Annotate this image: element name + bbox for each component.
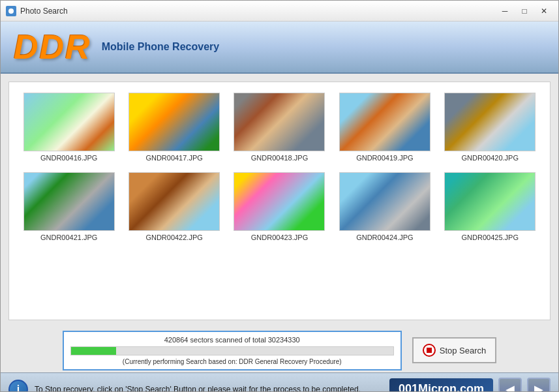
photo-item[interactable]: GNDR00421.JPG — [20, 172, 118, 241]
photo-thumbnail — [339, 93, 431, 151]
app-header: DDR Mobile Phone Recovery — [1, 22, 558, 74]
photo-thumbnail — [23, 172, 115, 231]
photo-item[interactable]: GNDR00416.JPG — [20, 93, 118, 162]
photo-filename: GNDR00417.JPG — [145, 154, 202, 162]
progress-box: 420864 sectors scanned of total 30234330… — [63, 331, 402, 370]
stop-square — [427, 348, 432, 353]
title-bar-left: Photo Search — [6, 6, 68, 16]
ddr-logo: DDR — [14, 30, 91, 64]
progress-text: 420864 sectors scanned of total 30234330 — [70, 336, 394, 344]
photo-item[interactable]: GNDR00422.JPG — [125, 172, 223, 241]
photo-filename: GNDR00420.JPG — [462, 154, 519, 162]
photo-grid-container[interactable]: GNDR00416.JPGGNDR00417.JPGGNDR00418.JPGG… — [8, 82, 551, 320]
stop-icon — [423, 344, 436, 357]
photo-thumbnail — [128, 172, 220, 231]
maximize-button[interactable]: □ — [515, 5, 534, 18]
prev-button[interactable]: ◀ — [498, 378, 522, 393]
minimize-button[interactable]: ─ — [496, 5, 514, 18]
stop-search-button[interactable]: Stop Search — [412, 337, 497, 363]
photo-grid: GNDR00416.JPGGNDR00417.JPGGNDR00418.JPGG… — [20, 93, 539, 241]
status-bar: i To Stop recovery, click on 'Stop Searc… — [1, 372, 558, 392]
photo-filename: GNDR00423.JPG — [251, 234, 308, 241]
photo-thumbnail — [444, 93, 536, 151]
status-right: 001Micron.com ◀ ▶ — [389, 378, 551, 393]
photo-item[interactable]: GNDR00417.JPG — [125, 93, 223, 162]
next-button[interactable]: ▶ — [527, 378, 551, 393]
photo-thumbnail — [234, 93, 325, 151]
photo-item[interactable]: GNDR00418.JPG — [230, 93, 329, 162]
main-content: GNDR00416.JPGGNDR00417.JPGGNDR00418.JPGG… — [1, 74, 558, 328]
progress-bar-inner — [71, 347, 116, 355]
photo-filename: GNDR00418.JPG — [251, 154, 308, 162]
photo-item[interactable]: GNDR00424.JPG — [335, 172, 434, 241]
photo-thumbnail — [128, 93, 220, 151]
photo-filename: GNDR00421.JPG — [40, 234, 97, 241]
stop-search-label: Stop Search — [440, 346, 487, 355]
photo-thumbnail — [23, 93, 115, 151]
photo-thumbnail — [234, 172, 325, 231]
progress-subtext: (Currently performing Search based on: D… — [70, 358, 394, 365]
brand-badge: 001Micron.com — [389, 378, 493, 392]
window-controls: ─ □ ✕ — [496, 5, 553, 18]
app-subtitle: Mobile Phone Recovery — [102, 41, 220, 53]
photo-thumbnail — [339, 172, 431, 231]
info-icon: i — [8, 380, 28, 393]
photo-item[interactable]: GNDR00420.JPG — [441, 93, 539, 162]
progress-section: 420864 sectors scanned of total 30234330… — [1, 328, 558, 372]
photo-filename: GNDR00419.JPG — [356, 154, 413, 162]
photo-item[interactable]: GNDR00423.JPG — [230, 172, 329, 241]
title-bar: Photo Search ─ □ ✕ — [1, 1, 558, 22]
status-left: i To Stop recovery, click on 'Stop Searc… — [8, 380, 361, 393]
svg-point-0 — [8, 8, 14, 14]
progress-bar-outer — [70, 346, 394, 355]
app-icon — [6, 6, 16, 16]
photo-filename: GNDR00422.JPG — [145, 234, 202, 241]
window-title: Photo Search — [20, 7, 68, 16]
photo-item[interactable]: GNDR00425.JPG — [441, 172, 539, 241]
close-button[interactable]: ✕ — [535, 5, 553, 18]
photo-thumbnail — [444, 172, 536, 231]
status-message: To Stop recovery, click on 'Stop Search'… — [35, 385, 361, 393]
photo-filename: GNDR00416.JPG — [40, 154, 97, 162]
photo-item[interactable]: GNDR00419.JPG — [335, 93, 434, 162]
photo-filename: GNDR00425.JPG — [462, 234, 519, 241]
photo-filename: GNDR00424.JPG — [356, 234, 413, 241]
